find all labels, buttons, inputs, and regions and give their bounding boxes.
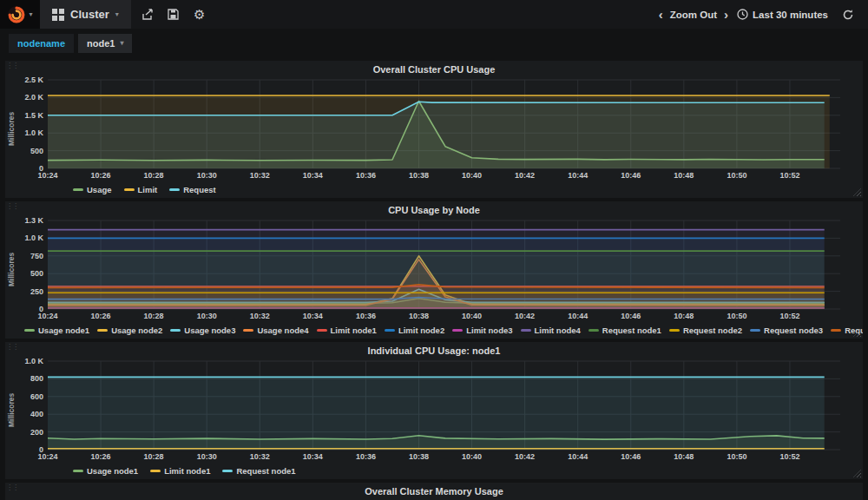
legend-item[interactable]: Usage node4 (243, 326, 308, 335)
legend-swatch-icon (243, 329, 253, 332)
legend-label: Limit node1 (331, 326, 377, 335)
svg-text:10:38: 10:38 (409, 312, 429, 320)
svg-text:10:40: 10:40 (462, 452, 482, 461)
legend-swatch-icon (452, 329, 463, 332)
legend-item[interactable]: Request node1 (222, 466, 295, 476)
legend-swatch-icon (589, 329, 599, 332)
legend-label: Limit node3 (466, 326, 512, 335)
legend-label: Limit (138, 185, 158, 194)
legend-item[interactable]: Request node2 (669, 326, 742, 335)
panel-title[interactable]: Individual CPU Usage: node1 (5, 342, 863, 357)
svg-text:10:50: 10:50 (727, 171, 746, 180)
save-button[interactable] (162, 3, 185, 26)
dashboard-grid-icon (52, 9, 64, 21)
variable-label-nodename: nodename (9, 34, 74, 53)
share-button[interactable] (136, 3, 159, 26)
time-range-picker[interactable]: Last 30 minutes (737, 9, 828, 20)
svg-text:400: 400 (30, 410, 43, 418)
time-shift-forward-button[interactable]: › (724, 8, 728, 21)
svg-text:10:36: 10:36 (356, 171, 376, 180)
legend-label: Limit node1 (164, 466, 210, 476)
svg-text:10:30: 10:30 (197, 171, 217, 180)
dashboard-caret-icon: ▾ (115, 11, 119, 18)
legend-item[interactable]: Limit node4 (521, 326, 581, 335)
svg-text:10:44: 10:44 (568, 452, 588, 461)
panel-title[interactable]: CPU Usage by Node (5, 201, 863, 216)
svg-text:10:26: 10:26 (91, 312, 111, 320)
legend-swatch-icon (521, 329, 531, 332)
svg-text:10:32: 10:32 (250, 171, 270, 180)
chart-legend: UsageLimitRequest (5, 181, 863, 198)
legend-swatch-icon (385, 329, 395, 332)
legend-item[interactable]: Limit (124, 185, 158, 194)
legend-item[interactable]: Limit node1 (150, 466, 210, 476)
legend-label: Usage (87, 185, 112, 194)
zoom-out-button[interactable]: Zoom Out (670, 10, 717, 20)
chart-canvas[interactable]: 05001.0 K1.5 K2.0 K2.5 K10:2410:2610:281… (16, 76, 863, 181)
panel-drag-grip[interactable]: ⋮⋮ (6, 345, 13, 349)
legend-swatch-icon (669, 329, 680, 332)
variable-value-dropdown[interactable]: node1 ▾ (78, 34, 132, 53)
svg-text:10:46: 10:46 (621, 171, 641, 180)
settings-button[interactable]: ⚙ (188, 3, 211, 26)
svg-text:10:34: 10:34 (303, 312, 323, 320)
legend-swatch-icon (97, 329, 108, 332)
svg-text:1.5 K: 1.5 K (24, 111, 43, 120)
svg-text:500: 500 (30, 269, 43, 278)
refresh-icon (842, 9, 854, 21)
legend-item[interactable]: Usage (73, 185, 112, 194)
clock-icon (737, 9, 748, 20)
legend-swatch-icon (170, 329, 181, 332)
legend-swatch-icon (73, 188, 83, 191)
legend-item[interactable]: Request (169, 185, 215, 194)
svg-text:10:28: 10:28 (144, 452, 164, 461)
svg-text:10:50: 10:50 (727, 452, 746, 461)
legend-item[interactable]: Limit node2 (385, 326, 444, 335)
svg-text:10:48: 10:48 (674, 452, 694, 461)
legend-label: Request node3 (764, 326, 823, 335)
panel-title[interactable]: Overall Cluster CPU Usage (5, 61, 863, 76)
chart-canvas[interactable]: 02505007501.0 K1.3 K10:2410:2610:2810:30… (16, 216, 863, 322)
template-variables-bar: nodename node1 ▾ (0, 29, 868, 57)
svg-text:600: 600 (30, 392, 43, 401)
panel-drag-grip[interactable]: ⋮⋮ (6, 486, 13, 490)
svg-text:10:42: 10:42 (515, 171, 535, 180)
time-shift-back-button[interactable]: ‹ (659, 8, 663, 21)
legend-item[interactable]: Usage node2 (97, 326, 162, 335)
svg-text:1.0 K: 1.0 K (24, 234, 43, 242)
legend-item[interactable]: Usage node1 (73, 466, 138, 476)
svg-text:10:46: 10:46 (621, 312, 641, 320)
chart-canvas[interactable]: 02004006008001.0 K10:2410:2610:2810:3010… (16, 357, 863, 463)
svg-text:750: 750 (30, 252, 43, 260)
legend-swatch-icon (73, 470, 83, 472)
svg-text:10:26: 10:26 (91, 171, 111, 180)
legend-item[interactable]: Request node3 (750, 326, 823, 335)
variable-value-text: node1 (87, 38, 115, 49)
legend-item[interactable]: Usage node1 (24, 326, 89, 335)
svg-text:2.0 K: 2.0 K (24, 93, 43, 102)
svg-text:10:48: 10:48 (674, 312, 694, 320)
legend-label: Request node2 (683, 326, 742, 335)
svg-text:10:52: 10:52 (779, 452, 799, 461)
chart-legend: Usage node1Usage node2Usage node3Usage n… (5, 322, 863, 339)
dashboard-picker[interactable]: Cluster ▾ (40, 0, 131, 29)
legend-item[interactable]: Limit node3 (452, 326, 512, 335)
panel-drag-grip[interactable]: ⋮⋮ (6, 64, 13, 68)
legend-swatch-icon (24, 329, 35, 332)
svg-text:10:36: 10:36 (356, 452, 376, 461)
svg-text:200: 200 (30, 428, 43, 437)
panel-drag-grip[interactable]: ⋮⋮ (6, 205, 13, 208)
svg-text:500: 500 (30, 147, 43, 155)
refresh-button[interactable] (837, 3, 859, 26)
panel-title[interactable]: Overall Cluster Memory Usage (5, 483, 863, 497)
dashboard-title: Cluster (70, 8, 109, 21)
logo-caret-icon: ▾ (29, 11, 32, 18)
svg-text:10:24: 10:24 (37, 452, 57, 461)
legend-label: Usage node2 (111, 326, 162, 335)
legend-item[interactable]: Request node1 (589, 326, 661, 335)
legend-item[interactable]: Usage node3 (170, 326, 235, 335)
svg-text:10:32: 10:32 (250, 312, 270, 320)
panel-overall-cluster-cpu-usage: ⋮⋮ Overall Cluster CPU Usage Millicores … (5, 61, 863, 198)
legend-item[interactable]: Limit node1 (317, 326, 377, 335)
grafana-logo-menu[interactable]: ▾ (0, 0, 40, 29)
